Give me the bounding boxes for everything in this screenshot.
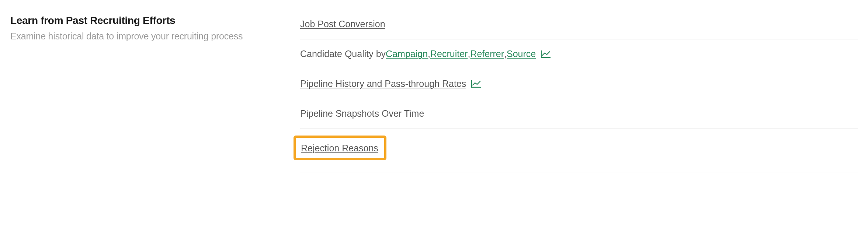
report-item-candidate-quality: Candidate Quality by Campaign, Recruiter…	[300, 39, 858, 69]
reports-list: Job Post Conversion Candidate Quality by…	[300, 15, 858, 172]
report-item-rejection-reasons: Rejection Reasons	[300, 129, 858, 172]
separator: ,	[428, 48, 430, 60]
link-campaign[interactable]: Campaign	[386, 48, 428, 60]
separator: ,	[468, 48, 470, 60]
report-item-pipeline-history: Pipeline History and Pass-through Rates	[300, 69, 858, 99]
separator: ,	[504, 48, 507, 60]
section-header: Learn from Past Recruiting Efforts Exami…	[10, 15, 285, 172]
report-item-job-post-conversion: Job Post Conversion	[300, 15, 858, 39]
section-subtitle: Examine historical data to improve your …	[10, 31, 285, 42]
chart-icon	[471, 80, 481, 88]
link-referrer[interactable]: Referrer	[470, 48, 504, 60]
link-job-post-conversion[interactable]: Job Post Conversion	[300, 18, 385, 31]
section-title: Learn from Past Recruiting Efforts	[10, 15, 285, 27]
chart-icon	[541, 50, 551, 58]
link-pipeline-history[interactable]: Pipeline History and Pass-through Rates	[300, 77, 466, 90]
link-source[interactable]: Source	[507, 48, 536, 60]
reports-section: Learn from Past Recruiting Efforts Exami…	[10, 15, 858, 172]
highlight-box: Rejection Reasons	[294, 136, 386, 160]
report-item-pipeline-snapshots: Pipeline Snapshots Over Time	[300, 99, 858, 129]
candidate-quality-prefix: Candidate Quality by	[300, 48, 386, 60]
link-recruiter[interactable]: Recruiter	[430, 48, 468, 60]
link-rejection-reasons[interactable]: Rejection Reasons	[301, 143, 378, 153]
link-pipeline-snapshots[interactable]: Pipeline Snapshots Over Time	[300, 107, 424, 120]
